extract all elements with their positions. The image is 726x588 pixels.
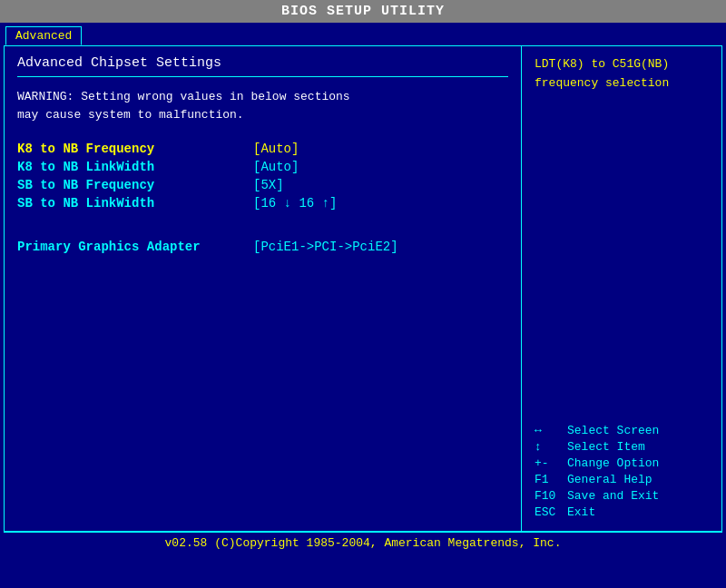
key-row-general-help: F1 General Help bbox=[535, 473, 709, 486]
key-desc-save-exit: Save and Exit bbox=[567, 489, 659, 503]
key-sym-esc: ESC bbox=[535, 505, 567, 519]
setting-row-sb-freq[interactable]: SB to NB Frequency [5X] bbox=[17, 178, 508, 192]
key-row-change-option: +- Change Option bbox=[535, 456, 709, 470]
key-sym-plusminus: +- bbox=[535, 456, 567, 470]
section-title: Advanced Chipset Settings bbox=[17, 55, 508, 71]
key-desc-select-item: Select Item bbox=[567, 440, 645, 454]
warning-text: WARNING: Setting wrong values in below s… bbox=[17, 88, 508, 123]
setting-label-k8-link: K8 to NB LinkWidth bbox=[17, 160, 253, 174]
tab-bar: Advanced bbox=[0, 23, 726, 45]
setting-value-k8-freq: [Auto] bbox=[253, 142, 299, 156]
app-title: BIOS SETUP UTILITY bbox=[281, 4, 445, 19]
key-sym-f1: F1 bbox=[535, 473, 567, 486]
key-desc-exit: Exit bbox=[567, 505, 595, 519]
setting-label-sb-freq: SB to NB Frequency bbox=[17, 178, 253, 192]
right-panel: LDT(K8) to C51G(NB) frequency selection … bbox=[522, 46, 721, 531]
setting-value-graphics: [PciE1->PCI->PciE2] bbox=[253, 240, 398, 254]
setting-row-k8-freq[interactable]: K8 to NB Frequency [Auto] bbox=[17, 142, 508, 156]
key-sym-updown: ↕ bbox=[535, 440, 567, 454]
setting-row-k8-link[interactable]: K8 to NB LinkWidth [Auto] bbox=[17, 160, 508, 174]
key-row-select-screen: ↔ Select Screen bbox=[535, 424, 709, 437]
setting-value-sb-freq: [5X] bbox=[253, 178, 284, 192]
title-bar: BIOS SETUP UTILITY bbox=[0, 0, 726, 23]
key-sym-f10: F10 bbox=[535, 489, 567, 503]
setting-row-graphics[interactable]: Primary Graphics Adapter [PciE1->PCI->Pc… bbox=[17, 240, 508, 254]
setting-label-sb-link: SB to NB LinkWidth bbox=[17, 196, 253, 211]
key-row-select-item: ↕ Select Item bbox=[535, 440, 709, 454]
main-content: Advanced Chipset Settings WARNING: Setti… bbox=[4, 45, 722, 532]
key-desc-select-screen: Select Screen bbox=[567, 424, 659, 437]
setting-value-sb-link: [16 ↓ 16 ↑] bbox=[253, 196, 337, 211]
key-desc-general-help: General Help bbox=[567, 473, 652, 486]
setting-value-k8-link: [Auto] bbox=[253, 160, 299, 174]
left-panel: Advanced Chipset Settings WARNING: Setti… bbox=[5, 46, 522, 531]
setting-label-graphics: Primary Graphics Adapter bbox=[17, 240, 253, 254]
key-help: ↔ Select Screen ↕ Select Item +- Change … bbox=[535, 424, 709, 522]
setting-label-k8-freq: K8 to NB Frequency bbox=[17, 142, 253, 156]
key-desc-change-option: Change Option bbox=[567, 456, 659, 470]
footer: v02.58 (C)Copyright 1985-2004, American … bbox=[4, 532, 722, 554]
section-divider bbox=[17, 76, 508, 77]
key-row-exit: ESC Exit bbox=[535, 505, 709, 519]
key-sym-arrows: ↔ bbox=[535, 424, 567, 437]
tab-advanced[interactable]: Advanced bbox=[5, 26, 82, 45]
help-text: LDT(K8) to C51G(NB) frequency selection bbox=[535, 55, 709, 93]
setting-row-sb-link[interactable]: SB to NB LinkWidth [16 ↓ 16 ↑] bbox=[17, 196, 508, 211]
key-row-save-exit: F10 Save and Exit bbox=[535, 489, 709, 503]
